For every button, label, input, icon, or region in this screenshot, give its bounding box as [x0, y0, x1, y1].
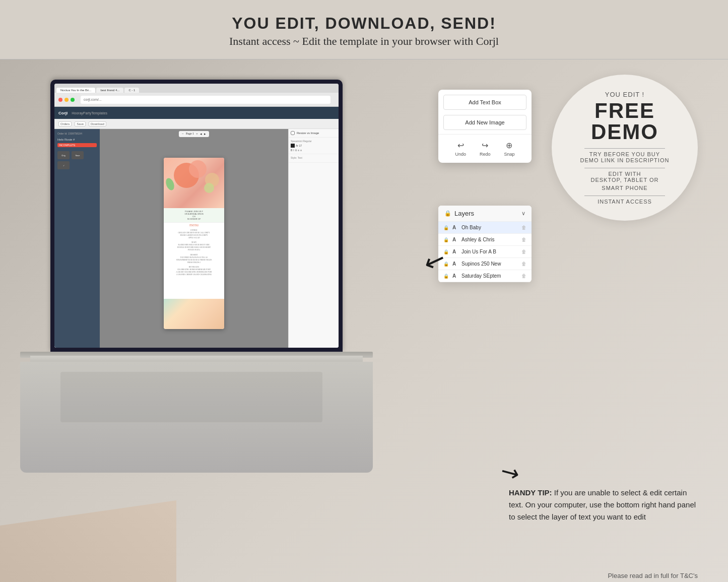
browser-tabs: Noctua You In the Bri... best friend 4..… [54, 84, 339, 93]
mobile-ui-panel: Add Text Box Add New Image ↩ Undo ↪ Redo… [438, 90, 532, 163]
demo-circle: YOU EDIT ! FREE DEMO TRY BEFORE YOU BUY … [552, 75, 698, 221]
layers-lock-icon: 🔒 [444, 210, 451, 217]
snap-tool[interactable]: ⊕ Snap [504, 141, 514, 157]
font-label: Spearmint Regular [291, 140, 337, 143]
redo-icon: ↪ [482, 141, 488, 150]
browser-min-dot [64, 98, 69, 102]
nav-prev[interactable]: ◂ [200, 132, 202, 136]
header-subtitle: Instant access ~ Edit the template in yo… [0, 35, 728, 48]
layer-lock-icon-5: 🔒 [443, 274, 449, 279]
disclaimer: Please read ad in full for T&C's [608, 572, 698, 579]
corjl-canvas: − Page 1 + ◂ ▸ [100, 129, 288, 348]
resize-image-checkbox[interactable] [291, 131, 295, 135]
incomplete-badge: INCOMPLETE [57, 143, 97, 147]
layer-name-saturday: Saturday SEptem [461, 273, 518, 279]
layer-item-ashley[interactable]: 🔒 A Ashley & Chris 🗑 [438, 234, 532, 246]
layer-trash-icon-3[interactable]: 🗑 [521, 249, 526, 254]
browser-url-bar[interactable]: corjl.com/... [81, 96, 330, 104]
layer-trash-icon-4[interactable]: 🗑 [521, 261, 526, 267]
redo-label: Redo [480, 152, 491, 157]
color-swatch[interactable] [291, 144, 295, 148]
undo-label: Undo [455, 152, 466, 157]
browser-close-dot [58, 98, 62, 102]
layer-type-3: A [452, 249, 458, 254]
corjl-right-panel: Resize vs Image Spearmint Regular Ar 17 [288, 129, 339, 348]
layer-item-oh-baby[interactable]: 🔒 A Oh Baby 🗑 [438, 222, 532, 234]
browser-chrome: corjl.com/... [54, 93, 339, 107]
layers-chevron-icon[interactable]: ∨ [521, 210, 525, 217]
zoom-in-btn[interactable]: + [196, 132, 198, 136]
menu-card: PLEASE JOIN US FOR A BRIDAL BRUNCHIN HON… [164, 158, 224, 329]
browser-tab-2[interactable]: best friend 4... [96, 88, 123, 93]
font-size-display: Ar 17 [296, 144, 302, 147]
flower-2 [189, 160, 207, 178]
laptop-keyboard: MacBook Pro [20, 362, 373, 473]
layer-trash-icon-2[interactable]: 🗑 [521, 237, 526, 242]
corjl-header: Corjl HoorayPartyTemplates [54, 107, 339, 119]
menu-flowers-bottom [164, 299, 224, 329]
layer-lock-icon-2: 🔒 [443, 237, 449, 242]
layer-name-join: Join Us For A B [461, 249, 518, 254]
snap-label: Snap [504, 152, 514, 157]
demo-free: FREE [594, 100, 655, 121]
add-new-image-button[interactable]: Add New Image [443, 115, 526, 130]
layer-name-supinos: Supinos 250 New [461, 261, 518, 267]
demo-divider-1 [584, 148, 665, 149]
header-banner: YOU EDIT, DOWNLOAD, SEND! Instant access… [0, 0, 728, 59]
corjl-nav: HoorayPartyTemplates [72, 111, 107, 115]
layers-panel: 🔒 Layers ∨ 🔒 A Oh Baby 🗑 🔒 A Ashley & Ch… [438, 206, 532, 282]
zoom-out-btn[interactable]: − [182, 132, 184, 136]
nav-next[interactable]: ▸ [204, 132, 206, 136]
demo-try-before: TRY BEFORE YOU BUY [589, 151, 660, 157]
layer-type-1: A [452, 225, 458, 230]
corjl-toolbar: Orders Save Download [54, 119, 339, 129]
sidebar-action-2[interactable]: Save [72, 151, 84, 159]
sidebar-item[interactable]: Helo Rosie # [57, 137, 97, 142]
page-label: Page 1 [186, 132, 194, 136]
layer-item-saturday[interactable]: 🔒 A Saturday SEptem 🗑 [438, 270, 532, 282]
right-panel-font: Spearmint Regular Ar 17 B I U ≡ [289, 138, 339, 154]
invite-text: PLEASE JOIN US FOR A BRIDAL BRUNCHIN HON… [164, 208, 224, 223]
toolbar-orders[interactable]: Orders [58, 121, 72, 126]
demo-smart-phone: SMART PHONE [602, 185, 647, 191]
flower-4 [204, 183, 214, 193]
layer-trash-icon-1[interactable]: 🗑 [521, 225, 526, 230]
layer-item-supinos[interactable]: 🔒 A Supinos 250 New 🗑 [438, 258, 532, 270]
canvas-controls: − Page 1 + ◂ ▸ [179, 131, 209, 137]
screen-inner: Noctua You In the Bri... best friend 4..… [54, 84, 339, 348]
toolbar-download[interactable]: Download [89, 121, 106, 126]
sidebar-action-3[interactable]: ✓ [57, 161, 70, 169]
layer-type-5: A [452, 273, 458, 279]
laptop-screen: Noctua You In the Bri... best friend 4..… [50, 80, 343, 352]
layer-lock-icon-1: 🔒 [443, 225, 449, 230]
browser-tab-3[interactable]: C - 1 [124, 88, 139, 93]
layers-header: 🔒 Layers ∨ [438, 206, 532, 222]
redo-tool[interactable]: ↪ Redo [480, 141, 491, 157]
right-panel-image: Resize vs Image [289, 129, 339, 138]
layer-name-ashley: Ashley & Chris [461, 237, 518, 242]
layer-name-oh-baby: Oh Baby [461, 225, 518, 230]
corjl-interface: Corjl HoorayPartyTemplates Orders Save D… [54, 107, 339, 348]
corjl-sidebar: Order Id: 1509758194 Helo Rosie # INCOMP… [54, 129, 100, 348]
sidebar-action-1[interactable]: Orig [57, 151, 70, 159]
layer-type-2: A [452, 237, 458, 242]
browser-tab-active[interactable]: Noctua You In the Bri... [56, 88, 95, 93]
laptop-mockup: Noctua You In the Bri... best friend 4..… [20, 80, 363, 493]
undo-tool[interactable]: ↩ Undo [455, 141, 466, 157]
layer-trash-icon-5[interactable]: 🗑 [521, 273, 526, 279]
menu-items-text: ENTREE GRILLED CHICKEN SOUR CALL DIRTY F… [164, 227, 224, 278]
demo-divider-3 [584, 196, 665, 196]
handy-tip-bold: HANDY TIP: [509, 488, 552, 497]
right-panel-style: Style: Text [289, 154, 339, 163]
corjl-logo: Corjl [58, 111, 68, 115]
demo-devices: DESKTOP, TABLET OR [591, 177, 659, 183]
header-title: YOU EDIT, DOWNLOAD, SEND! [0, 14, 728, 33]
browser-max-dot [71, 98, 75, 102]
handy-tip: HANDY TIP: If you are unable to select &… [509, 487, 700, 523]
demo-demo: DEMO [591, 121, 658, 143]
layer-item-join[interactable]: 🔒 A Join Us For A B 🗑 [438, 246, 532, 258]
add-text-box-button[interactable]: Add Text Box [443, 95, 526, 110]
toolbar-save[interactable]: Save [75, 121, 86, 126]
demo-instant: INSTANT ACCESS [598, 199, 652, 205]
layers-title: 🔒 Layers [444, 210, 474, 217]
